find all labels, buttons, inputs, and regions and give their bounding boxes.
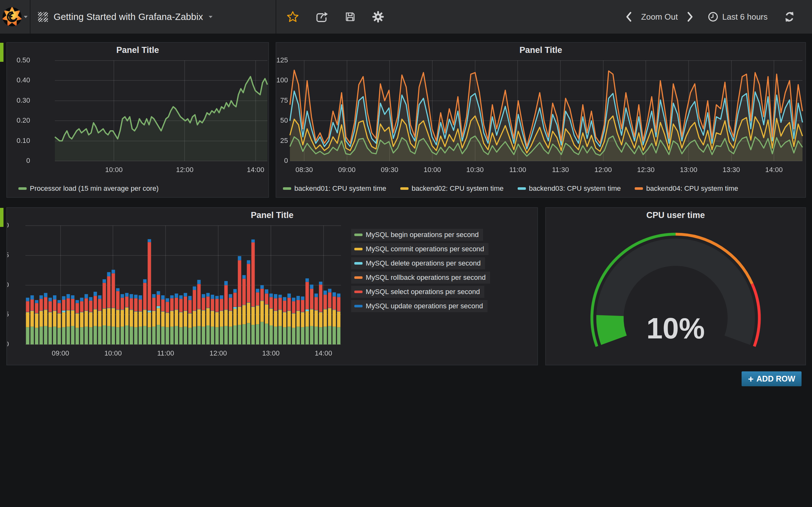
- legend-item[interactable]: MySQL commit operations per second: [351, 243, 489, 255]
- panel-title[interactable]: Panel Title: [7, 45, 268, 55]
- legend-item[interactable]: MySQL select operations per second: [351, 286, 484, 298]
- legend-item[interactable]: MySQL rollback operations per second: [351, 272, 490, 284]
- legend-item[interactable]: MySQL update operations per second: [351, 300, 488, 312]
- chevron-down-icon: [209, 16, 212, 18]
- grafana-logo-icon: [2, 7, 22, 26]
- save-button[interactable]: [344, 11, 356, 23]
- processor-load-chart[interactable]: [7, 56, 268, 179]
- legend-label: MySQL rollback operations per second: [366, 274, 486, 282]
- legend-label: backend01: CPU system time: [294, 184, 386, 193]
- legend-label: backend04: CPU system time: [646, 184, 738, 193]
- grafana-menu-button[interactable]: [0, 0, 31, 34]
- legend-swatch: [354, 248, 362, 250]
- legend-label: backend02: CPU system time: [412, 184, 504, 193]
- refresh-button[interactable]: [783, 11, 796, 23]
- legend-swatch: [518, 187, 526, 190]
- chart-legend: backend01: CPU system timebackend02: CPU…: [283, 184, 738, 193]
- dashboard-picker[interactable]: Getting Started with Grafana-Zabbix: [31, 0, 276, 34]
- dashboard-actions: [276, 11, 384, 23]
- chart-legend: Processor load (15 min average per core): [18, 184, 159, 193]
- cpu-system-chart[interactable]: [276, 56, 805, 179]
- clock-icon: [708, 11, 718, 22]
- legend-label: MySQL update operations per second: [366, 302, 483, 310]
- gear-button[interactable]: [372, 11, 384, 23]
- add-row-label: ADD ROW: [757, 374, 795, 383]
- dashboard-title[interactable]: Getting Started with Grafana-Zabbix: [54, 12, 203, 22]
- mysql-ops-chart[interactable]: [7, 221, 344, 364]
- legend-item[interactable]: MySQL begin operations per second: [351, 229, 483, 241]
- zoom-out-button[interactable]: Zoom Out: [641, 12, 678, 22]
- legend-swatch: [354, 276, 362, 279]
- chart-legend: MySQL begin operations per secondMySQL c…: [351, 229, 490, 314]
- star-button[interactable]: [287, 11, 299, 23]
- legend-swatch: [18, 187, 27, 190]
- legend-item[interactable]: Processor load (15 min average per core): [18, 184, 159, 193]
- grafana-dashboard: Getting Started with Grafana-Zabbix Zoom…: [0, 0, 812, 507]
- legend-swatch: [354, 262, 362, 265]
- gauge-value: 10%: [546, 312, 805, 345]
- legend-label: MySQL select operations per second: [366, 288, 480, 296]
- legend-label: Processor load (15 min average per core): [30, 184, 159, 193]
- legend-swatch: [635, 187, 643, 190]
- add-row-button[interactable]: + ADD ROW: [742, 372, 802, 386]
- panel-cpu-user-gauge: CPU user time 10%: [545, 207, 806, 365]
- legend-swatch: [354, 305, 362, 307]
- time-range-picker[interactable]: Last 6 hours: [722, 12, 768, 22]
- time-shift-left-button[interactable]: [625, 11, 633, 22]
- chevron-down-icon: [24, 16, 28, 18]
- panel-processor-load: Panel Title Processor load (15 min avera…: [6, 42, 269, 198]
- panel-cpu-system: Panel Title backend01: CPU system timeba…: [275, 42, 806, 198]
- legend-item[interactable]: MySQL delete operations per second: [351, 257, 485, 269]
- legend-swatch: [283, 187, 291, 190]
- time-shift-right-button[interactable]: [686, 11, 694, 22]
- legend-label: backend03: CPU system time: [529, 184, 621, 193]
- navbar: Getting Started with Grafana-Zabbix Zoom…: [0, 0, 812, 34]
- share-button[interactable]: [315, 11, 328, 23]
- legend-item[interactable]: backend01: CPU system time: [283, 184, 386, 193]
- panel-mysql-ops: Panel Title MySQL begin operations per s…: [6, 207, 538, 365]
- panel-title[interactable]: Panel Title: [276, 45, 805, 55]
- time-controls: Zoom Out Last 6 hours: [625, 11, 812, 23]
- row-handle[interactable]: [0, 43, 3, 62]
- panel-title[interactable]: Panel Title: [7, 210, 537, 220]
- legend-swatch: [400, 187, 409, 190]
- legend-item[interactable]: backend03: CPU system time: [518, 184, 621, 193]
- legend-label: MySQL begin operations per second: [366, 231, 478, 239]
- legend-label: MySQL commit operations per second: [366, 245, 484, 253]
- legend-swatch: [354, 291, 362, 293]
- dashboard-grid-icon: [38, 12, 48, 22]
- legend-swatch: [354, 233, 362, 236]
- plus-icon: +: [748, 374, 754, 384]
- legend-item[interactable]: backend02: CPU system time: [400, 184, 504, 193]
- row-handle[interactable]: [0, 208, 3, 227]
- legend-label: MySQL delete operations per second: [366, 259, 480, 268]
- legend-item[interactable]: backend04: CPU system time: [635, 184, 738, 193]
